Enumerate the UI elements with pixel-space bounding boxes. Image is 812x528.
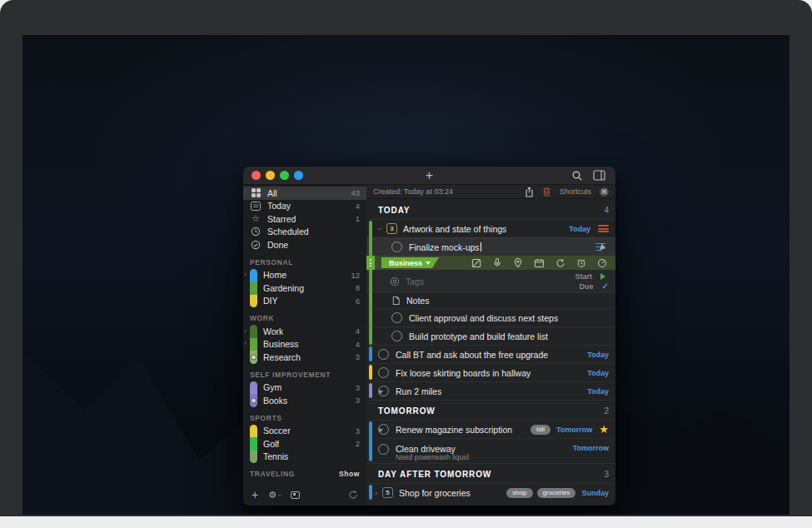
list-strip-shop (369, 485, 372, 500)
recurring-checkbox[interactable] (378, 424, 389, 435)
priority-menu-icon[interactable] (598, 225, 609, 232)
tag-pill[interactable]: groceries (537, 488, 576, 498)
calendar-icon[interactable] (534, 258, 545, 268)
zoom-button[interactable] (280, 171, 289, 180)
image-attachment-icon[interactable] (471, 258, 481, 268)
toggle-sidebar-icon[interactable] (593, 170, 605, 181)
text-cursor (481, 242, 481, 252)
window-controls (243, 171, 303, 180)
repeat-icon[interactable] (555, 258, 565, 268)
list-color-pill (250, 325, 257, 338)
checkbox[interactable] (378, 367, 389, 378)
task-row-build[interactable]: Build prototype and build feature list (366, 326, 615, 345)
tags-start-due-block: Tags Start Due ✓ (366, 270, 615, 292)
share-icon[interactable] (525, 187, 534, 197)
tags-icon (390, 276, 400, 286)
list-color-pill (250, 269, 257, 282)
disclosure-caret-icon[interactable]: › (244, 328, 247, 335)
checkbox[interactable] (391, 331, 402, 341)
group-header-sports: SPORTS (243, 407, 366, 425)
sidebar-item-golf[interactable]: Golf 2 (243, 437, 366, 451)
focus-mode-button[interactable] (294, 171, 303, 180)
sidebar-item-today[interactable]: 22 Today 4 (243, 200, 366, 213)
list-color-pill (250, 451, 257, 464)
checkbox[interactable] (391, 312, 402, 323)
sidebar-item-work[interactable]: › Work 4 (243, 325, 366, 338)
chevron-down-icon: › (276, 494, 283, 496)
disclosure-caret-icon[interactable]: › (244, 341, 247, 347)
search-icon[interactable] (571, 170, 583, 182)
checklist-badge: 5 (382, 487, 393, 498)
disclosure-caret-icon[interactable]: › (375, 489, 377, 497)
task-row-run[interactable]: Run 2 miles Today (366, 381, 615, 400)
task-row-call[interactable]: Call BT and ask about the free upgrade T… (366, 345, 615, 363)
sidebar-item-home[interactable]: › Home 12 (243, 269, 366, 282)
list-strip-tomorrow (369, 421, 372, 461)
close-button[interactable] (252, 171, 261, 180)
task-row-client[interactable]: Client approval and discuss next steps (366, 308, 615, 326)
start-field[interactable]: Start (575, 272, 609, 281)
add-list-button[interactable]: + (252, 488, 258, 501)
minimize-button[interactable] (266, 171, 275, 180)
sidebar-item-soccer[interactable]: Soccer 3 (243, 425, 366, 438)
location-icon[interactable] (513, 257, 523, 268)
task-row-shop[interactable]: › 5 Shop for groceries shop groceries Su… (366, 483, 615, 501)
sidebar-item-books[interactable]: Books 3 (243, 394, 366, 407)
task-row-artwork[interactable]: › 3 Artwork and state of things Today (366, 219, 615, 237)
recurring-checkbox[interactable] (378, 386, 389, 396)
task-row-clean[interactable]: Clean driveway Tomorrow Need powerwash l… (366, 438, 615, 463)
due-label: Today (587, 369, 609, 377)
checkbox[interactable] (378, 349, 389, 360)
section-count: 2 (604, 406, 609, 416)
starred-icon[interactable]: ★ (599, 424, 609, 435)
sync-icon[interactable] (348, 490, 358, 500)
sidebar-item-gardening[interactable]: Gardening 8 (243, 281, 366, 295)
tags-field[interactable]: Tags (366, 276, 424, 286)
star-icon: ☆ (250, 214, 262, 223)
notes-icon (391, 296, 401, 306)
notes-field[interactable]: Notes (366, 292, 615, 308)
audio-note-icon[interactable] (492, 257, 502, 268)
section-header-day-after-tomorrow: DAY AFTER TOMORROW 3 (366, 463, 615, 483)
list-color-pill (250, 295, 257, 308)
group-header-self-improvement: SELF IMPROVEMENT (243, 364, 366, 381)
checkbox[interactable] (378, 444, 389, 455)
all-grid-icon (250, 188, 262, 197)
show-button[interactable]: Show (339, 470, 360, 478)
disclosure-caret-icon[interactable]: › (244, 271, 247, 278)
sidebar-item-all[interactable]: All 43 (243, 187, 366, 200)
sync-badge-icon (251, 397, 257, 403)
task-editor-bar: Business (366, 256, 615, 270)
shortcuts-label[interactable]: Shortcuts (560, 187, 591, 196)
task-row-renew[interactable]: Renew magazine subscription bill Tomorro… (366, 420, 615, 438)
sidebar-item-tennis[interactable]: Tennis (243, 451, 366, 464)
tag-pill[interactable]: bill (531, 425, 550, 435)
sidebar-item-scheduled[interactable]: Scheduled (243, 226, 366, 239)
alarm-icon[interactable] (576, 258, 586, 268)
task-row-fix[interactable]: Fix loose skirting boards in hallway Tod… (366, 363, 615, 381)
disclosure-caret-icon[interactable]: › (376, 227, 384, 230)
list-picker-button[interactable]: Business (381, 257, 439, 268)
sidebar-item-starred[interactable]: ☆ Starred 1 (243, 212, 366, 226)
due-field[interactable]: Due ✓ (575, 282, 609, 291)
task-list: TODAY 4 › 3 Artwork and state of things … (366, 199, 615, 505)
list-color-pill (250, 351, 257, 364)
sidebar-item-done[interactable]: Done (243, 238, 366, 252)
move-to-list-icon[interactable] (595, 242, 609, 252)
sidebar-item-diy[interactable]: DIY 6 (243, 295, 366, 308)
tag-pill[interactable]: shop (506, 488, 532, 498)
sidebar-item-research[interactable]: Research 3 (243, 351, 366, 364)
task-row-finalize[interactable]: Finalize mock-ups (366, 237, 615, 256)
created-timestamp: Created: Today at 03:24 (373, 187, 453, 196)
sidebar-item-business[interactable]: › Business 4 (243, 338, 366, 351)
quick-entry-icon[interactable] (291, 491, 300, 499)
drag-handle[interactable] (366, 256, 375, 270)
group-header-traveling: TRAVELING Show (243, 463, 366, 481)
checkbox[interactable] (391, 242, 402, 252)
trash-icon[interactable] (542, 187, 551, 197)
done-check-icon (250, 240, 262, 250)
settings-button[interactable]: ⚙ › (268, 490, 281, 501)
duration-timer-icon[interactable] (597, 258, 607, 268)
sidebar-item-gym[interactable]: Gym 3 (243, 381, 366, 395)
add-task-button[interactable]: + (426, 167, 433, 184)
